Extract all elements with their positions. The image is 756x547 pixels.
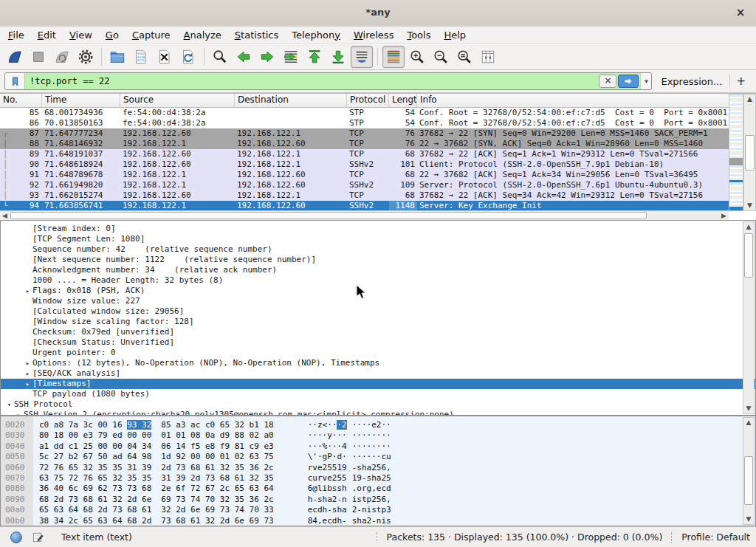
filter-apply-button[interactable]: [618, 75, 639, 88]
scrollbar-thumb[interactable]: [745, 135, 755, 171]
expand-arrow-icon[interactable]: ▸: [14, 410, 24, 416]
packet-list-hscrollbar[interactable]: ◀ ▶: [0, 210, 729, 220]
detail-row[interactable]: Checksum: 0x79ed [unverified]: [1, 327, 755, 337]
column-header-time[interactable]: Time: [42, 94, 120, 107]
column-header-source[interactable]: Source: [120, 94, 235, 107]
detail-row[interactable]: [TCP Segment Len: 1080]: [1, 234, 755, 244]
menu-telephony[interactable]: Telephony: [285, 28, 347, 42]
scroll-up-arrow-icon[interactable]: ▲: [744, 94, 755, 104]
detail-row[interactable]: Urgent pointer: 0: [1, 348, 755, 358]
scrollbar-thumb[interactable]: [744, 456, 753, 505]
packet-row-88[interactable]: │8871.648146932192.168.122.1192.168.122.…: [0, 139, 729, 149]
filter-bookmark-button[interactable]: [5, 73, 25, 89]
packet-row-89[interactable]: │8971.648191037192.168.122.60192.168.122…: [0, 149, 729, 159]
zoom-original-button[interactable]: [453, 46, 475, 68]
packet-row-87[interactable]: ┌8771.647777234192.168.122.60192.168.122…: [0, 128, 729, 139]
hex-row-00b0[interactable]: 00b038 34 2c 65 63 64 68 2d73 68 61 32 2…: [1, 516, 755, 526]
expand-arrow-icon[interactable]: ▸: [23, 368, 32, 379]
column-header-info[interactable]: Info: [417, 94, 729, 107]
detail-row[interactable]: [Stream index: 0]: [1, 224, 755, 234]
detail-row[interactable]: ▸[Timestamps]: [1, 379, 756, 389]
detail-row[interactable]: [Calculated window size: 29056]: [1, 306, 755, 317]
go-to-packet-button[interactable]: [280, 46, 302, 68]
intelligent-scrollbar-minimap[interactable]: [729, 94, 743, 211]
detail-row[interactable]: ▸Flags: 0x018 (PSH, ACK): [1, 286, 755, 296]
detail-row[interactable]: ▸Options: (12 bytes), No-Operation (NOP)…: [1, 358, 755, 368]
scroll-down-arrow-icon[interactable]: ▼: [744, 201, 755, 210]
detail-row[interactable]: [Next sequence number: 1122 (relative se…: [1, 255, 755, 265]
expert-info-icon[interactable]: [10, 531, 22, 543]
detail-row[interactable]: TCP payload (1080 bytes): [1, 389, 755, 399]
find-packet-button[interactable]: [209, 46, 231, 68]
packet-list-vscrollbar[interactable]: ▲ ▼: [743, 94, 756, 211]
packet-row-86[interactable]: 8670.013850163fe:54:00:d4:38:2aSTP54Conf…: [0, 118, 729, 128]
scroll-down-arrow-icon[interactable]: ▼: [743, 515, 754, 524]
scroll-left-arrow-icon[interactable]: ◀: [0, 211, 10, 220]
hex-row-0070[interactable]: 007063 75 72 76 65 32 35 3531 39 2d 73 6…: [1, 473, 755, 484]
detail-row[interactable]: Window size value: 227: [1, 296, 755, 306]
menu-edit[interactable]: Edit: [31, 28, 63, 42]
expand-arrow-icon[interactable]: ▸: [23, 358, 32, 368]
packet-row-92[interactable]: │9271.661949820192.168.122.1192.168.122.…: [0, 180, 729, 190]
column-header-no[interactable]: No.: [0, 94, 42, 107]
hex-row-0050[interactable]: 00505c 27 b2 67 50 ad 64 981d 92 00 00 0…: [1, 452, 755, 462]
zoom-out-button[interactable]: [430, 46, 452, 68]
filter-clear-button[interactable]: ×: [599, 75, 616, 88]
menu-analyze[interactable]: Analyze: [177, 28, 228, 42]
detail-row[interactable]: ▸[SEQ/ACK analysis]: [1, 368, 755, 379]
menu-view[interactable]: View: [63, 28, 99, 42]
start-capture-button[interactable]: [4, 46, 26, 68]
save-file-button[interactable]: 010101100111: [130, 46, 152, 68]
expand-arrow-icon[interactable]: ▸: [23, 286, 32, 296]
reload-file-button[interactable]: [177, 46, 199, 68]
hex-row-0030[interactable]: 003080 18 00 e3 79 ed 00 0001 01 08 0a d…: [1, 430, 755, 441]
menu-tools[interactable]: Tools: [400, 28, 437, 42]
add-filter-button[interactable]: +: [736, 75, 746, 88]
column-header-protocol[interactable]: Protocol: [347, 94, 389, 107]
colorize-button[interactable]: [382, 46, 405, 68]
hex-row-0080[interactable]: 008036 40 6c 69 62 73 73 682e 6f 72 67 2…: [1, 484, 755, 494]
profile-button[interactable]: Profile: Default: [681, 531, 750, 543]
packet-row-94[interactable]: └9471.663856741192.168.122.1192.168.122.…: [0, 201, 729, 211]
scrollbar-thumb[interactable]: [10, 212, 647, 219]
packet-row-90[interactable]: │9071.648618924192.168.122.60192.168.122…: [0, 159, 729, 170]
packet-row-85[interactable]: 8568.001734936fe:54:00:d4:38:2aSTP54Conf…: [0, 108, 729, 118]
scroll-right-arrow-icon[interactable]: ▶: [719, 211, 729, 220]
column-header-length[interactable]: Length: [389, 94, 417, 107]
scroll-up-arrow-icon[interactable]: ▲: [743, 418, 754, 427]
detail-row[interactable]: [Window size scaling factor: 128]: [1, 317, 755, 327]
stop-capture-button[interactable]: [27, 46, 49, 68]
detail-row[interactable]: Acknowledgment number: 34 (relative ack …: [1, 265, 755, 275]
expression-button[interactable]: Expression...: [661, 76, 722, 87]
menu-help[interactable]: Help: [437, 28, 472, 42]
expand-arrow-icon[interactable]: ▸: [23, 379, 32, 389]
filter-dropdown-caret[interactable]: ▾: [640, 73, 651, 89]
detail-vscrollbar[interactable]: ▲ ▼: [743, 221, 755, 414]
detail-row[interactable]: Sequence number: 42 (relative sequence n…: [1, 244, 755, 255]
column-header-destination[interactable]: Destination: [235, 94, 347, 107]
expand-arrow-icon[interactable]: ▾: [4, 399, 14, 410]
scroll-up-arrow-icon[interactable]: ▲: [743, 222, 754, 232]
open-file-button[interactable]: [106, 46, 128, 68]
detail-row[interactable]: ▸SSH Version 2 (encryption:chacha20-poly…: [1, 410, 755, 416]
menu-statistics[interactable]: Statistics: [228, 28, 285, 42]
detail-row[interactable]: ▾SSH Protocol: [1, 399, 755, 410]
capture-options-button[interactable]: [75, 46, 97, 68]
packet-row-91[interactable]: │9171.648789678192.168.122.1192.168.122.…: [0, 170, 729, 180]
hex-row-0020[interactable]: 0020c0 a8 7a 3c 00 16 93 3285 a3 ac c0 6…: [1, 420, 755, 430]
detail-row[interactable]: [Checksum Status: Unverified]: [1, 337, 755, 348]
go-first-button[interactable]: [303, 46, 326, 68]
menu-go[interactable]: Go: [99, 28, 126, 42]
zoom-in-button[interactable]: [406, 46, 428, 68]
go-forward-button[interactable]: [256, 46, 278, 68]
scroll-down-arrow-icon[interactable]: ▼: [743, 404, 754, 413]
resize-columns-button[interactable]: [477, 46, 499, 68]
hex-row-0060[interactable]: 006072 76 65 32 35 35 31 392d 73 68 61 3…: [1, 463, 755, 473]
capture-comment-icon[interactable]: [32, 531, 44, 543]
close-file-button[interactable]: [154, 46, 176, 68]
hex-row-0090[interactable]: 009068 2d 73 68 61 32 2d 6e69 73 74 70 3…: [1, 495, 755, 505]
close-window-button[interactable]: ×: [734, 6, 747, 19]
auto-scroll-button[interactable]: [351, 46, 373, 68]
detail-row[interactable]: 1000 .... = Header Length: 32 bytes (8): [1, 275, 755, 286]
packet-row-93[interactable]: │9371.662015274192.168.122.60192.168.122…: [0, 190, 729, 201]
